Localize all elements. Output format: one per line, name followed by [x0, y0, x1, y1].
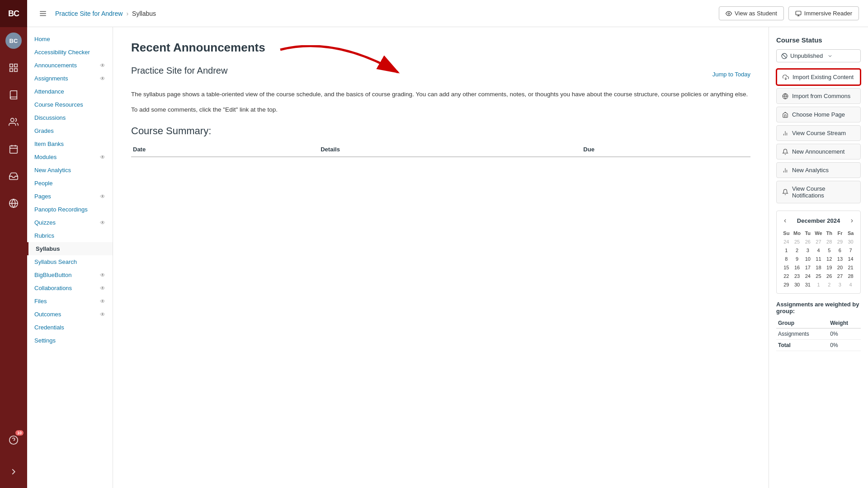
- course-summary-heading: Course Summary:: [131, 125, 750, 137]
- calendar-day[interactable]: 30: [792, 281, 802, 289]
- calendar-day[interactable]: 12: [824, 255, 835, 263]
- calendar-day[interactable]: 4: [813, 246, 824, 254]
- calendar-next-button[interactable]: ›: [848, 216, 856, 225]
- nav-bigbluebutton[interactable]: BigBlueButton 👁: [27, 268, 113, 282]
- nav-pages[interactable]: Pages 👁: [27, 190, 113, 203]
- nav-item-help[interactable]: 10: [0, 427, 27, 454]
- nav-course-resources[interactable]: Course Resources: [27, 98, 113, 111]
- calendar-day[interactable]: 24: [802, 272, 813, 280]
- calendar-day[interactable]: 27: [813, 238, 824, 246]
- nav-attendance[interactable]: Attendance: [27, 85, 113, 98]
- nav-item-calendar[interactable]: [0, 136, 27, 163]
- breadcrumb-course[interactable]: Practice Site for Andrew: [55, 10, 123, 17]
- nav-outcomes[interactable]: Outcomes 👁: [27, 308, 113, 321]
- calendar-day[interactable]: 24: [781, 238, 792, 246]
- nav-syllabus-search[interactable]: Syllabus Search: [27, 255, 113, 268]
- calendar-day[interactable]: 29: [835, 238, 845, 246]
- nav-item-account[interactable]: BC: [0, 27, 27, 54]
- new-announcement-button[interactable]: New Announcement: [776, 144, 861, 160]
- eye-icon-files: 👁: [100, 298, 105, 305]
- calendar-day[interactable]: 28: [845, 272, 856, 280]
- nav-rubrics[interactable]: Rubrics: [27, 229, 113, 242]
- calendar-day[interactable]: 9: [792, 255, 802, 263]
- calendar-day[interactable]: 25: [813, 272, 824, 280]
- import-existing-content-button[interactable]: Import Existing Content: [776, 69, 861, 85]
- nav-settings[interactable]: Settings: [27, 334, 113, 347]
- syllabus-para2: To add some comments, click the "Edit" l…: [131, 105, 750, 115]
- weight-table: Group Weight Assignments 0% Total 0%: [776, 318, 861, 351]
- calendar-day[interactable]: 25: [792, 238, 802, 246]
- calendar-day[interactable]: 28: [824, 238, 835, 246]
- nav-announcements[interactable]: Announcements 👁: [27, 59, 113, 72]
- calendar-day[interactable]: 31: [802, 281, 813, 289]
- nav-item-dashboard[interactable]: [0, 54, 27, 81]
- nav-syllabus[interactable]: Syllabus: [27, 242, 113, 255]
- calendar-day[interactable]: 8: [781, 255, 792, 263]
- nav-collapse-btn[interactable]: [0, 458, 27, 485]
- view-course-notifications-button[interactable]: View Course Notifications: [776, 181, 861, 203]
- nav-collaborations[interactable]: Collaborations 👁: [27, 282, 113, 295]
- calendar-day[interactable]: 21: [845, 263, 856, 272]
- nav-discussions[interactable]: Discussions: [27, 111, 113, 124]
- view-course-stream-button[interactable]: View Course Stream: [776, 125, 861, 141]
- calendar-day[interactable]: 30: [845, 238, 856, 246]
- calendar-day[interactable]: 10: [802, 255, 813, 263]
- calendar-day[interactable]: 22: [781, 272, 792, 280]
- hamburger-button[interactable]: [36, 7, 50, 20]
- nav-item-commons[interactable]: [0, 190, 27, 217]
- nav-accessibility-checker[interactable]: Accessibility Checker: [27, 46, 113, 59]
- nav-item-groups[interactable]: [0, 108, 27, 136]
- calendar-day[interactable]: 27: [835, 272, 845, 280]
- calendar-day[interactable]: 4: [845, 281, 856, 289]
- nav-quizzes[interactable]: Quizzes 👁: [27, 216, 113, 229]
- calendar-day[interactable]: 18: [813, 263, 824, 272]
- logo[interactable]: BC: [0, 0, 27, 27]
- calendar-day[interactable]: 19: [824, 263, 835, 272]
- calendar-day[interactable]: 11: [813, 255, 824, 263]
- calendar-day[interactable]: 17: [802, 263, 813, 272]
- nav-home[interactable]: Home: [27, 33, 113, 46]
- calendar-day[interactable]: 13: [835, 255, 845, 263]
- nav-panopto[interactable]: Panopto Recordings: [27, 203, 113, 216]
- immersive-reader-button[interactable]: Immersive Reader: [788, 6, 859, 20]
- reader-icon: [795, 10, 802, 17]
- calendar-day[interactable]: 26: [824, 272, 835, 280]
- calendar-day[interactable]: 15: [781, 263, 792, 272]
- nav-item-banks[interactable]: Item Banks: [27, 137, 113, 150]
- calendar-day[interactable]: 5: [824, 246, 835, 254]
- calendar-day[interactable]: 1: [781, 246, 792, 254]
- calendar-day[interactable]: 26: [802, 238, 813, 246]
- calendar-day[interactable]: 2: [792, 246, 802, 254]
- cal-dow-th: Th: [824, 229, 835, 237]
- calendar-day[interactable]: 7: [845, 246, 856, 254]
- import-from-commons-button[interactable]: Import from Commons: [776, 88, 861, 104]
- help-icon: [9, 435, 19, 445]
- view-as-student-button[interactable]: View as Student: [719, 6, 784, 20]
- calendar-prev-button[interactable]: ‹: [781, 216, 789, 225]
- svg-rect-2: [14, 69, 17, 71]
- nav-files[interactable]: Files 👁: [27, 295, 113, 308]
- calendar-day[interactable]: 2: [824, 281, 835, 289]
- choose-home-page-button[interactable]: Choose Home Page: [776, 107, 861, 122]
- nav-assignments[interactable]: Assignments 👁: [27, 72, 113, 85]
- calendar-day[interactable]: 3: [835, 281, 845, 289]
- nav-grades[interactable]: Grades: [27, 124, 113, 137]
- nav-item-courses[interactable]: [0, 81, 27, 108]
- calendar-day[interactable]: 1: [813, 281, 824, 289]
- calendar-day[interactable]: 14: [845, 255, 856, 263]
- calendar-day[interactable]: 6: [835, 246, 845, 254]
- calendar-day[interactable]: 3: [802, 246, 813, 254]
- nav-credentials[interactable]: Credentials: [27, 321, 113, 334]
- home-icon: [782, 112, 788, 118]
- calendar-day[interactable]: 16: [792, 263, 802, 272]
- status-badge[interactable]: Unpublished: [776, 49, 861, 62]
- nav-item-inbox[interactable]: [0, 163, 27, 190]
- nav-modules[interactable]: Modules 👁: [27, 150, 113, 164]
- nav-new-analytics[interactable]: New Analytics: [27, 164, 113, 177]
- nav-people[interactable]: People: [27, 177, 113, 190]
- calendar-day[interactable]: 29: [781, 281, 792, 289]
- new-analytics-button[interactable]: New Analytics: [776, 162, 861, 178]
- jump-to-today-link[interactable]: Jump to Today: [712, 71, 750, 78]
- calendar-day[interactable]: 20: [835, 263, 845, 272]
- calendar-day[interactable]: 23: [792, 272, 802, 280]
